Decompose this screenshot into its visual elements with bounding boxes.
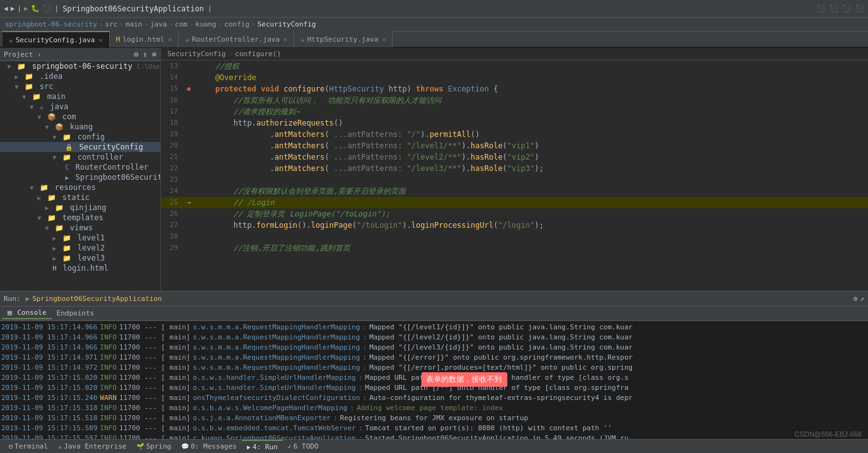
log-level-8: WARN [100,393,117,403]
log-sep-7: : [359,383,363,393]
fp-src[interactable]: src [105,20,117,28]
tab-login-close[interactable]: ✕ [168,36,172,43]
tree-com[interactable]: ▼ 📦 com [0,112,160,122]
line-num-19: 19 [161,129,183,140]
tree-resources[interactable]: ▼ 📁 resources [0,182,160,192]
run-tab-console[interactable]: ▤ Console [3,307,52,319]
tree-app[interactable]: ▶ Springboot06SecurityApplication [0,172,160,182]
tree-config-arrow: ▼ [52,134,56,141]
status-tab-run[interactable]: ▶ 4: Run [242,440,283,454]
run-expand-icon[interactable]: ↗ [860,295,864,303]
code-line-27: 27 http.formLogin().loginPage("/toLogin"… [161,220,868,231]
code-line-22: 22 .antMatchers( ...antPatterns: "/level… [161,163,868,174]
tab-httpsecurity[interactable]: ☕ HttpSecurity.java ✕ [294,31,393,47]
fp-kuang[interactable]: kuang [196,20,217,28]
line-num-16: 16 [161,95,183,106]
log-class-3: s.w.s.m.m.a.RequestMappingHandlerMapping [193,343,360,353]
run-tab-endpoints[interactable]: Endpoints [52,308,100,319]
fp-main[interactable]: main [126,20,143,28]
tree-root[interactable]: ▼ 📁 springboot-06-security C:\Users\Admi… [0,61,160,71]
folder-icon-views: 📁 [55,224,64,232]
code-line-21: 21 .antMatchers( ...antPatterns: "/level… [161,151,868,163]
log-class-10: o.s.j.e.a.AnnotationMBeanExporter [193,413,331,423]
console-area[interactable]: 2019-11-09 15:17:14.966 INFO 11700 --- [… [0,321,868,453]
tree-level2-label: level2 [78,244,105,252]
log-msg-2: Mapped "{[/level2/{id}]}" onto public ja… [369,332,633,343]
tree-controller[interactable]: ▼ 📁 controller [0,152,160,162]
log-sep-5: : [362,363,367,373]
toolbar-icon-run[interactable]: ▶ [24,4,28,13]
tree-level2-arrow: ▶ [52,245,56,252]
code-text-13: //授权 [194,61,868,72]
tab-login-label: login.html [122,35,164,44]
tree-level3[interactable]: ▶ 📁 level3 [0,253,160,263]
status-tab-terminal[interactable]: ⊟ Terminal [4,440,53,454]
tab-login[interactable]: H login.html ✕ [110,31,179,47]
status-tab-spring[interactable]: 🌱 Spring [131,440,176,454]
status-tab-messages[interactable]: 💬 0: Messages [176,440,242,454]
log-msg-10: Registering beans for JMX exposure on st… [340,413,528,423]
log-class-7: o.s.w.s.handler.SimpleUrlHandlerMapping [193,383,355,393]
log-ts-5: 2019-11-09 15:17:14.972 [1,363,97,373]
console-icon: ▤ [8,309,12,317]
status-bar: ⊟ Terminal ☕ Java Enterprise 🌱 Spring 💬 … [0,439,868,453]
tab-httpsecurity-close[interactable]: ✕ [382,36,386,43]
tree-static[interactable]: ▶ 📁 static [0,192,160,203]
run-settings-icon[interactable]: ⚙ [853,295,858,303]
code-line-14: 14 @Override [161,72,868,83]
code-editor[interactable]: SecurityConfig › configure() 13 //授权 14 … [161,48,868,291]
folder-icon-qinjiang: 📁 [55,204,64,212]
log-line-5: 2019-11-09 15:17:14.972 INFO 11700 --- [… [0,363,868,373]
tab-routercontroller[interactable]: ☕ RouterController.java ✕ [179,31,294,47]
log-thread-9: 11700 --- [ main] [119,403,191,413]
toolbar-icon-back[interactable]: ◀ [4,4,8,13]
log-msg-9: Adding welcome page template: index [357,403,503,413]
toolbar-icon-forward[interactable]: ▶ [11,4,15,13]
tree-idea[interactable]: ▶ 📁 .idea [0,71,160,81]
log-thread-3: 11700 --- [ main] [119,343,191,353]
folder-icon-resources: 📁 [40,184,49,192]
fp-root[interactable]: springboot-06-security [5,20,97,28]
tree-securityconfig[interactable]: 🔒 SecurityConfig [0,142,160,152]
tree-level1[interactable]: ▶ 📁 level1 [0,233,160,243]
code-text-26: // 定制登录页 LoginPage("/toLogin"); [194,208,868,220]
fp-java[interactable]: java [150,20,167,28]
run-icon: ▶ [26,295,30,303]
tree-level1-arrow: ▶ [52,235,56,242]
toolbar-icon-debug[interactable]: 🐛 [31,4,40,13]
status-tab-java-enterprise[interactable]: ☕ Java Enterprise [53,440,131,454]
tab-securityconfig-close[interactable]: ✕ [98,37,102,44]
status-tab-todo[interactable]: ✓ 6 TODO [283,440,324,454]
tree-src[interactable]: ▼ 📁 src [0,81,160,91]
log-class-5: s.w.s.m.m.a.RequestMappingHandlerMapping [193,363,360,373]
file-icon-login-html: H [52,265,56,272]
toolbar-icon-stop[interactable]: ⬛ [42,4,51,13]
tree-java[interactable]: ▼ ☕ java [0,102,160,112]
fp-com[interactable]: com [175,20,187,28]
tree-main[interactable]: ▼ 📁 main [0,91,160,102]
endpoints-label: Endpoints [57,309,95,317]
tree-static-label: static [62,193,90,202]
tree-qinjiang[interactable]: ▶ 📁 qinjiang [0,203,160,213]
fp-config[interactable]: config [224,20,249,28]
tree-login-html[interactable]: H login.html [0,263,160,273]
tree-views[interactable]: ▼ 📁 views [0,223,160,233]
tree-config[interactable]: ▼ 📁 config [0,132,160,142]
watermark: CSDN@666-EBJ-666 [794,430,862,438]
sidebar-header: Project › ⚙ ↕ ⊕ [0,48,160,61]
code-text-16: //首页所有人可以访问， 功能页只有对应权限的人才能访问 [194,95,868,106]
code-line-29: 29 //注销,开启了注销功能,跳到首页 [161,242,868,254]
log-class-1: s.w.s.m.m.a.RequestMappingHandlerMapping [193,322,360,332]
fp-securityconfig[interactable]: SecurityConfig [258,20,316,28]
tree-templates[interactable]: ▼ 📁 templates [0,213,160,223]
tab-securityconfig[interactable]: ☕ SecurityConfig.java ✕ [3,31,110,47]
tree-securityconfig-label: SecurityConfig [79,143,143,151]
log-level-2: INFO [100,332,117,343]
code-text-24: //没有权限默认会到登录页面,需要开启登录的页面 [194,185,868,197]
tab-routercontroller-close[interactable]: ✕ [283,36,287,43]
tree-level2[interactable]: ▶ 📁 level2 [0,243,160,253]
messages-label: 0: Messages [191,442,237,450]
log-thread-7: 11700 --- [ main] [119,383,191,393]
tree-kuang[interactable]: ▼ 📦 kuang [0,122,160,132]
tree-routercontroller[interactable]: C RouterController [0,162,160,172]
